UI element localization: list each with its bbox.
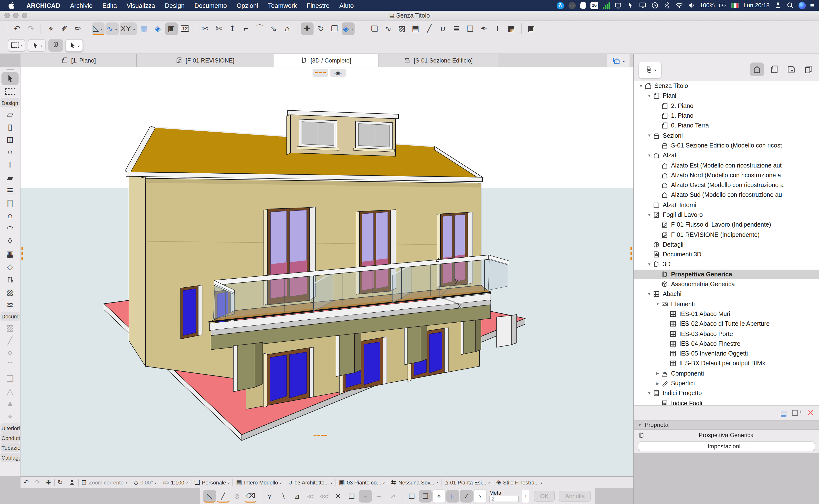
element-snap-plane-icon[interactable]: ◈ (151, 22, 164, 35)
view-back-control[interactable]: ↶ (21, 479, 32, 486)
tree-item-ies-bx-default-per-output-bimx[interactable]: IES-BX Default per output BIMx (634, 359, 819, 369)
snap-surface-icon[interactable]: ❏ (345, 490, 358, 502)
layout-book-button[interactable] (784, 63, 798, 76)
menu-item-documento[interactable]: Documento (189, 2, 232, 9)
guide-lines-icon[interactable]: ◺⌄ (92, 22, 105, 35)
3d-viewport[interactable]: z y x (21, 67, 633, 476)
fillet-icon[interactable]: ⌒ (253, 22, 266, 35)
multiply-icon[interactable]: ❐ (328, 22, 341, 35)
orbit-3d-icon[interactable]: ◈⌄ (342, 22, 355, 35)
trim-icon[interactable]: ✄ (212, 22, 225, 35)
tool-door[interactable]: ▯ (0, 121, 20, 133)
tree-item-dettagli[interactable]: Dettagli (634, 240, 819, 250)
tree-item-s-01-sezione-edificio-modello-[interactable]: S-01 Sezione Edificio (Modello con ricos… (634, 141, 819, 151)
3d-style-control[interactable]: ◈Stile Finestra...› (493, 479, 545, 486)
tree-item-componenti[interactable]: ▶Componenti (634, 368, 819, 378)
menu-item-edita[interactable]: Edita (97, 2, 122, 9)
surfaces-icon[interactable]: ≣ (450, 22, 463, 35)
menu-item-design[interactable]: Design (160, 2, 189, 9)
arrow-tool-button[interactable]: › (65, 39, 83, 52)
new-viewpoint-button[interactable]: ❏⁺ (792, 409, 802, 417)
snap-points-icon[interactable]: ▣ (165, 22, 178, 35)
menu-clock[interactable]: Lun 20:18 (744, 2, 770, 9)
explore-mode-control[interactable] (66, 479, 78, 485)
tree-item-assonometria-generica[interactable]: Assonometria Generica (634, 279, 819, 289)
layers-icon[interactable]: ❏ (368, 22, 381, 35)
split-icon[interactable]: ✂ (199, 22, 211, 35)
toolbox-section-ulteriori[interactable]: Ulteriori (0, 423, 20, 433)
tree-item-abachi[interactable]: ▼Abachi (634, 289, 819, 299)
menu-item-archivio[interactable]: Archivio (65, 2, 98, 9)
snap-fraction-chevron[interactable]: › (522, 490, 529, 502)
navigator-toggle-button[interactable]: ⌄ (607, 54, 630, 67)
time-machine-icon[interactable] (651, 1, 659, 9)
menu-item-archicad[interactable]: ARCHICAD (21, 2, 65, 9)
trace-reference-toggle[interactable] (313, 69, 328, 77)
snap-angle-bisector-icon[interactable]: ⊿ (291, 490, 303, 502)
tool-shell[interactable]: ◠ (0, 222, 20, 235)
notification-center-icon[interactable]: ≡ (810, 1, 814, 9)
bounding-box-icon[interactable]: ❏ (405, 490, 418, 502)
suction-snap-button[interactable] (48, 39, 63, 52)
zoom-current-control[interactable]: ⊡Zoom corrente› (78, 479, 130, 486)
tree-item-3d[interactable]: ▼3D (634, 260, 819, 270)
tree-item-superfici[interactable]: ▶Superfici (634, 378, 819, 389)
tab-1-piano[interactable]: [1. Piano] (21, 54, 137, 67)
publisher-sets-button[interactable] (801, 63, 815, 76)
airplay-icon[interactable] (639, 1, 646, 9)
tool-beam[interactable]: I (0, 159, 20, 171)
calendar-icon[interactable]: 26 (590, 2, 598, 9)
tree-item-alzati-interni[interactable]: Alzati Interni (634, 200, 819, 210)
trace-edge-marker-right[interactable] (630, 247, 632, 260)
properties-header[interactable]: ▼ Proprietà (634, 420, 819, 430)
tree-item-0-piano-terra[interactable]: 0. Piano Terra (634, 121, 819, 131)
settings-button[interactable]: Impostazioni... (638, 441, 815, 451)
tree-item-f-01-revisione-indipendente-[interactable]: F-01 REVISIONE (Indipendente) (634, 230, 819, 240)
toolbox-handle[interactable] (0, 67, 20, 72)
floor-plan-cut-plane-control[interactable]: ⌂01 Pianta Esi...› (441, 479, 493, 486)
tree-item-alzato-nord-modello-con-ricost[interactable]: Alzato Nord (Modello con ricostruzione a (634, 170, 819, 180)
tree-item-senza-titolo[interactable]: ▼Senza Titolo (634, 81, 819, 91)
model-view-options-control[interactable]: ▣03 Piante co...› (336, 479, 388, 486)
tree-item-sezioni[interactable]: ▼Sezioni (634, 131, 819, 141)
tool-curtain-wall[interactable]: ▦ (0, 248, 20, 260)
tool-wall[interactable]: ▱ (0, 108, 20, 121)
remove-guides-icon[interactable]: ⊘ (231, 490, 243, 502)
tool-polyline[interactable]: ⌒ (0, 359, 20, 372)
inject-parameters-icon[interactable]: ✑ (72, 22, 84, 35)
pen-sets-icon[interactable]: ∪ (437, 22, 449, 35)
snap-half-icon[interactable]: ≪ (304, 490, 317, 502)
tree-item-ies-05-inventario-oggetti[interactable]: IES-05 Inventario Oggetti (634, 349, 819, 359)
navigator-project-chooser[interactable]: › (639, 62, 661, 78)
tree-item-f-01-flusso-di-lavoro-indipend[interactable]: F-01 Flusso di Lavoro (Indipendente) (634, 220, 819, 230)
trace-reference-control[interactable]: ⇆Nessuna Sov...› (388, 479, 441, 486)
input-language-flag-italy[interactable] (731, 3, 739, 8)
eraser-icon[interactable]: ⌫ (244, 490, 257, 502)
move-icon[interactable]: ✚ (301, 22, 314, 35)
pickup-parameters-icon[interactable]: ✐ (58, 22, 71, 35)
bluetooth-icon[interactable] (663, 1, 671, 9)
adjust-icon[interactable]: ↥ (226, 22, 239, 35)
tool-column[interactable]: ○ (0, 146, 20, 159)
quick-layers-control[interactable]: ❏Personale› (191, 479, 232, 486)
tool-arrow[interactable] (1, 72, 19, 85)
tab-s01-sezione[interactable]: [S-01 Sezione Edificio] (378, 54, 498, 67)
wifi-icon[interactable] (675, 1, 683, 9)
tree-item-1-piano[interactable]: 1. Piano (634, 111, 819, 121)
ok-button[interactable]: OK (534, 491, 555, 501)
rotate-icon[interactable]: ↻ (315, 22, 327, 35)
snap-point-special-icon[interactable]: + (359, 490, 372, 502)
tree-item-2-piano[interactable]: 2. Piano (634, 101, 819, 111)
tool-camera[interactable]: ⌖ (0, 410, 20, 423)
view-forward-control[interactable]: ↷ (32, 479, 43, 486)
snap-fraction-control[interactable]: Metà2 (489, 490, 519, 502)
more-snap-options-icon[interactable]: › (474, 490, 486, 502)
volume-icon[interactable] (687, 1, 695, 9)
tree-item-alzato-sud-modello-con-ricostr[interactable]: Alzato Sud (Modello con ricostruzione au (634, 190, 819, 200)
undo-icon[interactable]: ↶ (11, 22, 23, 35)
snap-intersection-icon[interactable]: ✕ (332, 490, 344, 502)
snap-reference-line-icon[interactable]: ⊦ (446, 490, 459, 502)
view-settings-button[interactable]: ▤ (780, 409, 787, 417)
marquee-mode-button[interactable]: › (8, 39, 26, 52)
snap-projection-icon[interactable]: ↗ (386, 490, 399, 502)
